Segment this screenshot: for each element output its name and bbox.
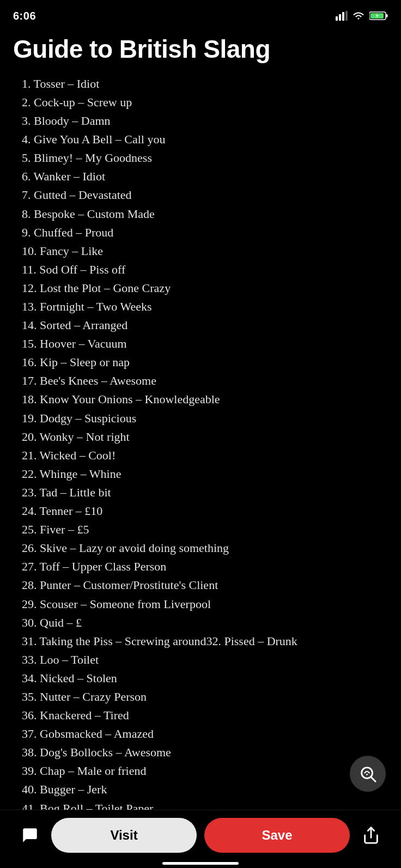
list-item: 4. Give You A Bell – Call you: [22, 130, 379, 149]
list-item: 13. Fortnight – Two Weeks: [22, 298, 379, 316]
battery-icon: [369, 11, 388, 21]
list-item: 40. Bugger – Jerk: [22, 780, 379, 799]
list-item: 6. Wanker – Idiot: [22, 167, 379, 186]
list-item: 33. Loo – Toilet: [22, 651, 379, 669]
list-item: 31. Taking the Piss – Screwing around32.…: [22, 632, 379, 651]
share-button[interactable]: [357, 822, 385, 849]
list-item: 21. Wicked – Cool!: [22, 446, 379, 465]
list-item: 36. Knackered – Tired: [22, 706, 379, 725]
home-indicator: [162, 862, 239, 865]
list-item: 3. Bloody – Damn: [22, 112, 379, 130]
list-item: 1. Tosser – Idiot: [22, 75, 379, 93]
list-item: 23. Tad – Little bit: [22, 483, 379, 502]
list-item: 25. Fiver – £5: [22, 520, 379, 539]
svg-rect-2: [342, 12, 344, 21]
svg-rect-0: [336, 16, 338, 21]
svg-rect-1: [339, 14, 341, 21]
bottom-action-bar: Visit Save: [0, 810, 401, 868]
list-item: 28. Punter – Customer/Prostitute's Clien…: [22, 576, 379, 594]
list-item: 24. Tenner – £10: [22, 502, 379, 520]
signal-icon: [336, 11, 348, 21]
save-button[interactable]: Save: [204, 818, 350, 853]
list-item: 8. Bespoke – Custom Made: [22, 205, 379, 223]
list-item: 19. Dodgy – Suspicious: [22, 409, 379, 428]
list-item: 22. Whinge – Whine: [22, 465, 379, 483]
list-item: 20. Wonky – Not right: [22, 428, 379, 446]
list-item: 29. Scouser – Someone from Liverpool: [22, 595, 379, 614]
page-title: Guide to British Slang: [0, 29, 401, 72]
status-bar: 6:06: [0, 0, 401, 29]
list-item: 38. Dog's Bollocks – Awesome: [22, 743, 379, 762]
list-item: 26. Skive – Lazy or avoid doing somethin…: [22, 539, 379, 557]
list-item: 12. Lost the Plot – Gone Crazy: [22, 279, 379, 298]
share-icon: [362, 826, 380, 845]
svg-line-8: [371, 777, 375, 781]
list-item: 7. Gutted – Devastated: [22, 186, 379, 204]
list-item: 2. Cock-up – Screw up: [22, 93, 379, 112]
comment-button[interactable]: [16, 822, 44, 849]
list-item: 14. Sorted – Arranged: [22, 316, 379, 335]
list-item: 35. Nutter – Crazy Person: [22, 688, 379, 706]
visual-search-button[interactable]: [350, 756, 386, 792]
list-item: 37. Gobsmacked – Amazed: [22, 725, 379, 743]
visit-button[interactable]: Visit: [51, 818, 197, 853]
slang-list: 1. Tosser – Idiot2. Cock-up – Screw up3.…: [0, 72, 401, 868]
svg-point-9: [366, 774, 368, 775]
list-item: 16. Kip – Sleep or nap: [22, 353, 379, 372]
list-item: 11. Sod Off – Piss off: [22, 260, 379, 279]
list-item: 15. Hoover – Vacuum: [22, 335, 379, 353]
svg-rect-5: [386, 14, 388, 17]
list-item: 18. Know Your Onions – Knowledgeable: [22, 390, 379, 409]
list-item: 17. Bee's Knees – Awesome: [22, 372, 379, 390]
list-item: 30. Quid – £: [22, 614, 379, 632]
status-icons: [336, 11, 388, 21]
svg-rect-3: [345, 11, 348, 21]
comment-icon: [21, 826, 39, 845]
list-item: 9. Chuffed – Proud: [22, 223, 379, 242]
status-time: 6:06: [13, 10, 36, 22]
list-item: 39. Chap – Male or friend: [22, 762, 379, 780]
list-item: 34. Nicked – Stolen: [22, 669, 379, 688]
wifi-icon: [352, 11, 365, 21]
list-item: 10. Fancy – Like: [22, 242, 379, 260]
visual-search-icon: [359, 764, 377, 783]
list-item: 5. Blimey! – My Goodness: [22, 149, 379, 167]
list-item: 27. Toff – Upper Class Person: [22, 557, 379, 576]
